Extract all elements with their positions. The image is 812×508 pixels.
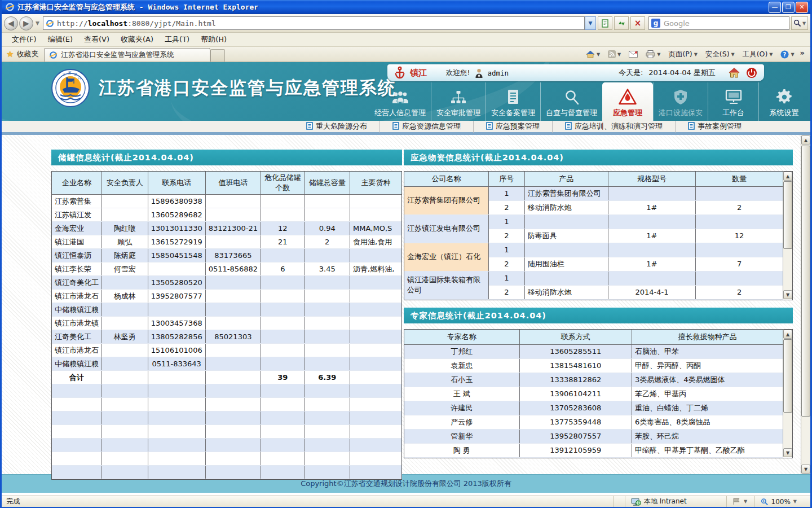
nav-item-label: 工作台 <box>713 108 753 118</box>
cell <box>304 439 350 452</box>
subnav-item-4[interactable]: 应急培训、演练和演习管理 <box>552 120 675 133</box>
page-menu-button[interactable]: 页面(P)▼ <box>665 49 700 60</box>
help-dropdown-icon[interactable]: ▼ <box>791 52 794 57</box>
home-dropdown-icon[interactable]: ▼ <box>597 52 600 57</box>
browser-tab[interactable]: 江苏省港口安全监管与应急管理系统 <box>44 48 210 62</box>
scroll-thumb[interactable] <box>783 181 792 249</box>
magnifier-icon <box>793 19 801 27</box>
cell <box>304 208 350 222</box>
feeds-button[interactable]: ▼ <box>604 49 624 59</box>
print-button[interactable]: ▼ <box>642 49 664 59</box>
nav-item-gear[interactable]: 系统设置 <box>758 82 809 121</box>
nav-item-warning[interactable]: 应急管理 <box>602 82 653 121</box>
search-go-button[interactable]: ▼ <box>791 16 808 30</box>
cell: 何雪宏 <box>102 262 148 276</box>
cell <box>350 371 401 384</box>
company-cell: 江苏索普集团有限公司 <box>404 186 488 214</box>
help-button[interactable]: ? ▼ <box>777 49 797 60</box>
search-dropdown-icon[interactable]: ▼ <box>802 21 806 26</box>
cell: 镇江市港龙石 <box>52 290 102 303</box>
nav-item-magnifier[interactable]: 自查与督查管理 <box>540 82 602 121</box>
favorites-button[interactable]: ★ 收藏夹 <box>2 47 44 62</box>
back-button[interactable]: ◀ <box>4 16 18 30</box>
cell <box>205 290 261 303</box>
cell <box>304 249 350 262</box>
scroll-thumb[interactable] <box>801 146 810 417</box>
intranet-icon <box>631 498 641 506</box>
address-bar[interactable]: http://localhost:8080/yjpt/Main.html <box>43 16 585 30</box>
user-infobar: 镇江 欢迎您! admin 今天是:2014-04-04 星期五 <box>387 64 764 81</box>
url-text[interactable]: http://localhost:8080/yjpt/Main.html <box>57 19 216 28</box>
menu-item[interactable]: 收藏夹(A) <box>115 33 159 46</box>
cell: 2 <box>488 257 524 271</box>
tools-menu-button[interactable]: 工具(O)▼ <box>739 49 776 60</box>
subnav-item-3[interactable]: 应急预案管理 <box>473 120 552 133</box>
minimize-button[interactable]: — <box>769 2 781 13</box>
print-dropdown-icon[interactable]: ▼ <box>657 52 660 57</box>
scroll-down-icon[interactable]: ▼ <box>783 448 792 457</box>
scroll-up-icon[interactable]: ▲ <box>783 330 792 339</box>
cell: 2 <box>696 200 783 214</box>
cell <box>608 214 696 229</box>
nav-item-document[interactable]: 安全备案管理 <box>486 82 540 121</box>
cell <box>148 384 205 398</box>
menu-item[interactable]: 帮助(H) <box>195 33 232 46</box>
cell: 13003457368 <box>148 317 205 330</box>
menu-item[interactable]: 查看(V) <box>78 33 115 46</box>
feeds-dropdown-icon[interactable]: ▼ <box>617 52 621 57</box>
menu-item[interactable]: 编辑(E) <box>42 33 78 46</box>
history-dropdown-icon[interactable]: ▼ <box>36 20 39 26</box>
city-label[interactable]: 镇江 <box>410 68 427 78</box>
restore-button[interactable]: ❐ <box>782 2 795 13</box>
username[interactable]: admin <box>488 69 509 77</box>
ie-logo-icon <box>5 2 15 12</box>
scroll-up-icon[interactable]: ▲ <box>801 135 810 144</box>
scroll-up-icon[interactable]: ▲ <box>783 172 792 181</box>
scroll-down-icon[interactable]: ▼ <box>801 465 810 474</box>
nav-item-people[interactable]: 经营人信息管理 <box>369 82 431 121</box>
subnav-item-2[interactable]: 应急资源信息管理 <box>379 120 473 133</box>
experts-scrollbar[interactable]: ▲ ▼ <box>783 330 792 457</box>
nav-item-shield[interactable]: 港口设施保安 <box>653 82 708 121</box>
safety-menu-button[interactable]: 安全(S)▼ <box>702 49 738 60</box>
table-row: 石小玉133388128623类易燃液体、4类易燃固体 <box>404 373 783 387</box>
overflow-chevron-icon[interactable]: » <box>799 49 807 60</box>
menu-item[interactable]: 工具(T) <box>159 33 195 46</box>
compatibility-view-button[interactable] <box>598 16 612 30</box>
resize-grip[interactable] <box>802 496 810 507</box>
cell <box>261 195 304 208</box>
cell <box>350 290 401 303</box>
subnav-item-1[interactable]: 重大危险源分布 <box>294 120 379 133</box>
rss-icon <box>608 50 616 58</box>
logout-power-icon[interactable] <box>746 67 757 78</box>
zone-indicator[interactable]: 本地 Intranet <box>625 496 726 507</box>
supplies-scrollbar[interactable]: ▲ ▼ <box>783 172 792 299</box>
stop-button[interactable]: × <box>630 16 645 30</box>
forward-button[interactable]: ▶ <box>19 16 33 30</box>
nav-item-workbench[interactable]: 工作台 <box>708 82 758 121</box>
table-row: 江奇美化工林坚勇1380528285685021303 <box>52 330 401 344</box>
scroll-thumb[interactable] <box>783 339 792 413</box>
home-button[interactable]: ▼ <box>582 49 603 59</box>
close-button[interactable]: ✕ <box>796 2 808 13</box>
menu-item[interactable]: 文件(F) <box>6 33 42 46</box>
subnav-item-5[interactable]: 事故案例管理 <box>675 120 754 133</box>
new-tab-button[interactable] <box>210 49 225 62</box>
cell <box>102 425 148 439</box>
zoom-control[interactable]: 100% ▼ <box>754 496 802 507</box>
cell: 苯乙烯、甲基丙 <box>632 387 783 401</box>
protected-mode-button[interactable]: ▼ <box>726 496 754 507</box>
refresh-button[interactable] <box>614 16 629 30</box>
url-dropdown-button[interactable]: ▼ <box>585 16 596 30</box>
home-shortcut-icon[interactable] <box>728 67 740 78</box>
cell <box>350 276 401 290</box>
doc-small-icon <box>688 122 695 132</box>
search-box[interactable]: g Google <box>648 16 789 30</box>
scroll-down-icon[interactable]: ▼ <box>783 290 792 299</box>
help-icon: ? <box>780 50 789 59</box>
table-row: 中储粮镇江粮0511-833643 <box>52 357 401 371</box>
nav-item-sitemap[interactable]: 安全审批管理 <box>431 82 486 121</box>
mail-button[interactable] <box>625 50 641 59</box>
cell <box>205 344 261 357</box>
page-scrollbar[interactable]: ▲ ▼ <box>801 135 810 474</box>
